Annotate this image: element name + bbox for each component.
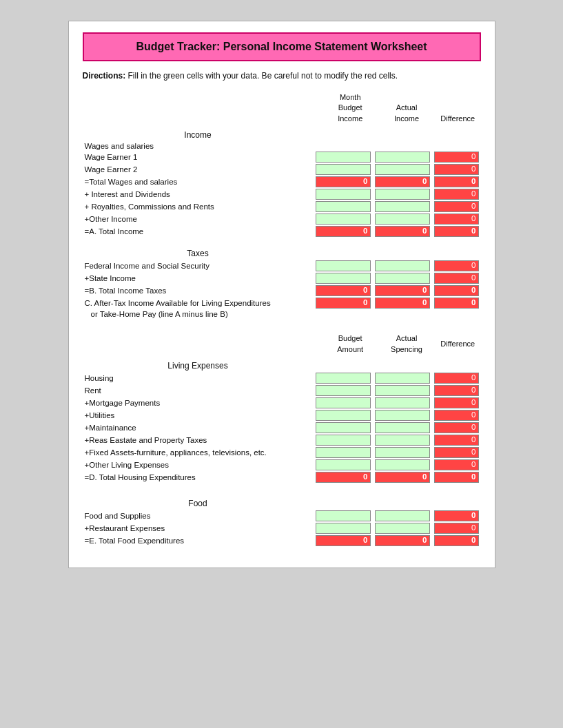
realestate-label: +Reas Eastate and Property Taxes <box>83 434 314 446</box>
directions-label: Directions: <box>83 71 126 81</box>
housing-diff: 0 <box>434 373 479 384</box>
federal-tax-actual[interactable] <box>375 260 430 271</box>
other-living-actual[interactable] <box>375 459 430 470</box>
table-row: Wage Earner 2 0 <box>83 163 481 176</box>
wage-earner1-budget[interactable] <box>316 152 371 163</box>
interest-actual[interactable] <box>375 189 430 200</box>
other-living-budget[interactable] <box>316 459 371 470</box>
table-row: + Royalties, Commissions and Rents 0 <box>83 200 481 213</box>
table-row: +Fixed Assets-furniture, appliances, tel… <box>83 446 481 459</box>
other-income-actual[interactable] <box>375 214 430 225</box>
table-row: +Maintainance 0 <box>83 422 481 434</box>
table-row: +Other Income 0 <box>83 213 481 225</box>
total-income-label: =A. Total Income <box>83 225 314 238</box>
after-tax-diff: 0 <box>434 298 479 309</box>
federal-tax-label: Federal Income and Social Security <box>83 260 314 272</box>
living-col1-header: BudgetAmount <box>322 333 378 355</box>
interest-label: + Interest and Dividends <box>83 188 314 200</box>
restaurant-actual[interactable] <box>375 523 430 534</box>
food-supplies-actual[interactable] <box>375 510 430 521</box>
table-row: Wages and salaries <box>83 141 481 151</box>
interest-diff: 0 <box>434 189 479 200</box>
utilities-label: +Utilities <box>83 409 314 422</box>
table-row: Rent 0 <box>83 384 481 397</box>
total-wages-budget: 0 <box>316 176 371 187</box>
total-housing-diff: 0 <box>434 472 479 483</box>
rent-diff: 0 <box>434 385 479 396</box>
title-box: Budget Tracker: Personal Income Statemen… <box>83 32 481 61</box>
realestate-actual[interactable] <box>375 435 430 446</box>
total-food-actual: 0 <box>375 535 430 546</box>
restaurant-label: +Restaurant Expenses <box>83 522 314 534</box>
total-income-budget: 0 <box>316 226 371 237</box>
after-tax-budget: 0 <box>316 298 371 309</box>
income-col1-header: MonthBudgetIncome <box>322 92 378 125</box>
fixed-assets-budget[interactable] <box>316 447 371 458</box>
table-row: =A. Total Income 0 0 0 <box>83 225 481 238</box>
utilities-actual[interactable] <box>375 410 430 421</box>
fixed-assets-label: +Fixed Assets-furniture, appliances, tel… <box>83 446 314 459</box>
table-row: Federal Income and Social Security 0 <box>83 260 481 272</box>
wages-header-label: Wages and salaries <box>83 141 314 151</box>
housing-budget[interactable] <box>316 373 371 384</box>
other-income-diff: 0 <box>434 214 479 225</box>
utilities-diff: 0 <box>434 410 479 421</box>
restaurant-budget[interactable] <box>316 523 371 534</box>
table-row: + Interest and Dividends 0 <box>83 188 481 200</box>
mortgage-diff: 0 <box>434 397 479 408</box>
total-housing-actual: 0 <box>375 472 430 483</box>
wage-earner1-diff: 0 <box>434 152 479 163</box>
other-income-label: +Other Income <box>83 213 314 225</box>
other-living-label: +Other Living Expenses <box>83 459 314 471</box>
table-row: Housing 0 <box>83 372 481 384</box>
maintenance-actual[interactable] <box>375 422 430 433</box>
income-col3-header: Difference <box>435 92 481 125</box>
mortgage-budget[interactable] <box>316 397 371 408</box>
royalties-actual[interactable] <box>375 201 430 212</box>
state-income-diff: 0 <box>434 273 479 284</box>
rent-budget[interactable] <box>316 385 371 396</box>
after-tax-actual: 0 <box>375 298 430 309</box>
wage-earner2-actual[interactable] <box>375 164 430 175</box>
wage-earner2-budget[interactable] <box>316 164 371 175</box>
table-row: =Total Wages and salaries 0 0 0 <box>83 176 481 188</box>
rent-actual[interactable] <box>375 385 430 396</box>
royalties-budget[interactable] <box>316 201 371 212</box>
federal-tax-diff: 0 <box>434 260 479 271</box>
federal-tax-budget[interactable] <box>316 260 371 271</box>
total-food-diff: 0 <box>434 535 479 546</box>
table-row: or Take-Home Pay (line A minus line B) <box>83 309 481 319</box>
income-col2-header: ActualIncome <box>378 92 435 125</box>
royalties-diff: 0 <box>434 201 479 212</box>
income-section-title: Income <box>83 126 314 141</box>
after-tax-sublabel: or Take-Home Pay (line A minus line B) <box>83 309 314 319</box>
total-wages-diff: 0 <box>434 176 479 187</box>
worksheet: Budget Tracker: Personal Income Statemen… <box>68 21 495 568</box>
maintenance-label: +Maintainance <box>83 422 314 434</box>
maintenance-budget[interactable] <box>316 422 371 433</box>
state-income-actual[interactable] <box>375 273 430 284</box>
mortgage-actual[interactable] <box>375 397 430 408</box>
interest-budget[interactable] <box>316 189 371 200</box>
wage-earner2-label: Wage Earner 2 <box>83 163 314 176</box>
total-tax-label: =B. Total Income Taxes <box>83 284 314 297</box>
table-row: =E. Total Food Expenditures 0 0 0 <box>83 534 481 547</box>
living-section-title: Living Expenses <box>83 357 314 372</box>
fixed-assets-actual[interactable] <box>375 447 430 458</box>
housing-header-label: Housing <box>83 372 314 384</box>
total-tax-actual: 0 <box>375 285 430 296</box>
living-col3-header: Difference <box>435 333 481 355</box>
total-housing-budget: 0 <box>316 472 371 483</box>
wage-earner1-actual[interactable] <box>375 152 430 163</box>
table-row: =D. Total Housing Expenditures 0 0 0 <box>83 471 481 483</box>
total-income-actual: 0 <box>375 226 430 237</box>
realestate-diff: 0 <box>434 435 479 446</box>
total-tax-budget: 0 <box>316 285 371 296</box>
utilities-budget[interactable] <box>316 410 371 421</box>
housing-actual[interactable] <box>375 373 430 384</box>
state-income-budget[interactable] <box>316 273 371 284</box>
food-supplies-budget[interactable] <box>316 510 371 521</box>
realestate-budget[interactable] <box>316 435 371 446</box>
food-section-title: Food <box>83 495 314 510</box>
other-income-budget[interactable] <box>316 214 371 225</box>
